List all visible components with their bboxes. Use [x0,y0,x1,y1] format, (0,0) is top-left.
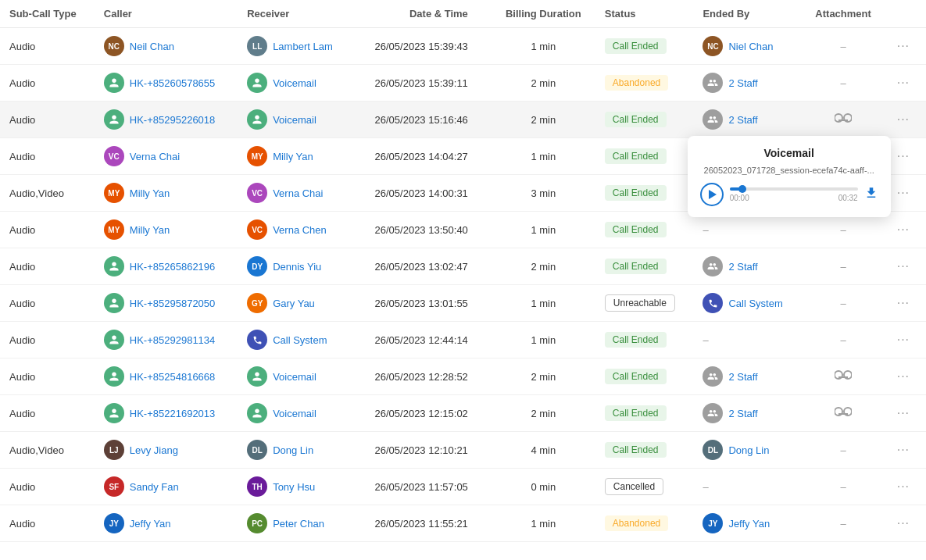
attachment-dash: – [840,261,846,273]
ended-by-dash: – [703,224,708,236]
receiver-link[interactable]: Dong Lin [273,444,313,456]
status-badge: Call Ended [605,148,667,164]
more-actions-button[interactable]: ··· [894,221,913,238]
voicemail-icon[interactable] [835,369,852,383]
caller-link[interactable]: HK-+85292981134 [130,334,216,346]
ended-by-cell: JYJeffy Yan [693,505,802,542]
receiver-link[interactable]: Voicemail [273,408,316,419]
ended-by-link[interactable]: 2 Staff [728,114,757,126]
caller-cell: SFSandy Fan [95,469,238,505]
ended-by-cell: 2 Staff [693,65,802,102]
receiver-link[interactable]: Voicemail [273,371,316,383]
ended-by-link[interactable]: Niel Chan [728,41,773,52]
ended-by-link[interactable]: 2 Staff [728,261,757,273]
caller-link[interactable]: HK-+85260578655 [130,77,216,89]
caller-link[interactable]: Sandy Fan [130,481,179,493]
avatar [703,73,723,93]
attachment-cell [803,358,885,395]
table-row: Audio HK-+85292981134 Call System26/05/2… [0,322,926,358]
more-actions-button[interactable]: ··· [894,441,913,458]
col-billing-duration: Billing Duration [492,0,595,28]
more-actions-button[interactable]: ··· [894,74,913,91]
receiver-link[interactable]: Verna Chen [273,224,327,236]
date-time-cell: 26/05/2023 13:50:40 [352,212,492,248]
caller-link[interactable]: Levy Jiang [130,444,178,456]
caller-link[interactable]: HK-+85295872050 [130,298,216,309]
receiver-link[interactable]: Dennis Yiu [273,261,321,273]
status-badge: Call Ended [605,332,667,348]
avatar: NC [104,36,124,56]
receiver-link[interactable]: Tony Hsu [273,481,315,493]
receiver-link[interactable]: Lambert Lam [273,41,333,52]
more-actions-button[interactable]: ··· [894,37,913,55]
attachment-cell: – [803,432,885,469]
ended-by-link[interactable]: Dong Lin [728,444,769,456]
more-actions-button[interactable]: ··· [894,258,913,275]
ended-by-cell: – [693,469,802,505]
caller-cell: HK-+85295226018 [95,102,238,138]
receiver-link[interactable]: Call System [273,334,327,346]
more-actions-button[interactable]: ··· [894,368,913,385]
more-actions-button[interactable]: ··· [894,478,913,495]
status-cell: Call Ended [595,138,694,175]
col-status: Status [595,0,694,28]
more-actions-button[interactable]: ··· [894,148,913,165]
caller-link[interactable]: Milly Yan [130,187,170,199]
status-cell: Call Ended [595,102,694,138]
more-actions-button[interactable]: ··· [894,331,913,348]
caller-cell: HK-+85265862196 [95,248,238,285]
download-button[interactable] [864,186,878,204]
avatar: MY [247,146,267,166]
caller-link[interactable]: HK-+85265862196 [130,261,216,273]
caller-link[interactable]: Milly Yan [130,224,170,236]
more-actions-button[interactable]: ··· [894,294,913,312]
sub-call-type-cell: Audio [0,505,95,542]
sub-call-type-cell: Audio [0,395,95,432]
voicemail-icon[interactable] [835,112,852,126]
table-row: Audio HK-+85254816668 Voicemail26/05/202… [0,358,926,395]
caller-link[interactable]: Neil Chan [130,41,174,52]
ended-by-link[interactable]: 2 Staff [728,77,757,89]
caller-link[interactable]: HK-+85221692013 [130,408,216,419]
caller-cell: MYMilly Yan [95,212,238,248]
avatar: SF [104,476,124,497]
date-time-cell: 26/05/2023 12:15:02 [352,395,492,432]
receiver-link[interactable]: Voicemail [273,77,316,89]
receiver-cell: GYGary Yau [238,285,352,322]
caller-link[interactable]: HK-+85254816668 [130,371,216,383]
caller-link[interactable]: Jeffy Yan [130,518,171,530]
ended-by-link[interactable]: Call System [728,298,782,309]
caller-link[interactable]: HK-+85295226018 [130,114,216,126]
date: 26/05/2023 [375,408,426,419]
time: 12:28:52 [428,371,468,383]
receiver-link[interactable]: Verna Chai [273,187,323,199]
billing-duration-cell: 4 min [492,432,595,469]
receiver-link[interactable]: Voicemail [273,114,316,126]
more-actions-button[interactable]: ··· [894,184,913,202]
caller-link[interactable]: Verna Chai [130,151,180,162]
receiver-link[interactable]: Milly Yan [273,151,313,162]
audio-progress[interactable]: 00:00 00:32 [730,187,858,202]
attachment-dash: – [840,334,846,346]
avatar [104,403,124,423]
date-time-cell: 26/05/2023 14:00:31 [352,175,492,212]
play-button[interactable] [700,183,724,206]
voicemail-icon[interactable] [835,406,852,419]
more-actions-button[interactable]: ··· [894,111,913,128]
col-actions [885,0,926,28]
receiver-link[interactable]: Peter Chan [273,518,324,530]
ended-by-cell: – [693,322,802,358]
ended-by-link[interactable]: 2 Staff [728,408,757,419]
more-actions-button[interactable]: ··· [894,405,913,422]
more-actions-button[interactable]: ··· [894,515,913,532]
attachment-dash: – [840,298,846,309]
receiver-link[interactable]: Gary Yau [273,298,315,309]
table-row: Audio HK-+85260578655 Voicemail26/05/202… [0,65,926,102]
status-badge: Call Ended [605,442,667,458]
ended-by-link[interactable]: Jeffy Yan [728,518,770,530]
ended-by-link[interactable]: 2 Staff [728,371,757,383]
more-actions-cell: ··· [885,432,926,469]
date: 26/05/2023 [375,114,426,126]
more-actions-cell: ··· [885,505,926,542]
receiver-cell: Voicemail [238,65,352,102]
